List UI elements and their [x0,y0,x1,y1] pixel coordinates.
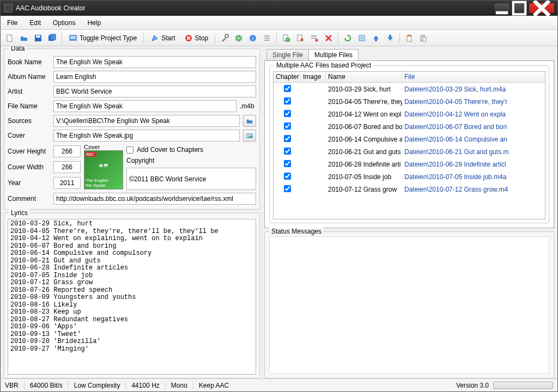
menu-file[interactable]: File [4,17,21,29]
save-all-button[interactable] [46,32,58,44]
row-checkbox[interactable] [284,185,291,192]
maximize-button[interactable] [511,3,527,14]
table-row[interactable]: 2010-06-21 Gut and gutsDateien\2010-06-2… [274,145,545,158]
close-button[interactable] [529,3,555,14]
menu-options[interactable]: Options [50,17,78,29]
label-cover-width: Cover Width [8,163,50,171]
table-row[interactable]: 2010-06-28 Indefinite artiDateien\2010-0… [274,158,545,170]
status-vbr: VBR [5,382,25,389]
row-checkbox[interactable] [284,85,291,92]
browse-sources-button[interactable] [243,115,256,127]
tab-single-file[interactable]: Single File [266,49,309,60]
row-checkbox[interactable] [284,97,291,105]
toggle-project-label: Toggle Project Type [80,34,137,42]
row-checkbox[interactable] [284,160,291,167]
table-row[interactable]: 2010-04-05 There're, theyDateien\2010-04… [274,95,545,108]
label-cover-height: Cover Height [8,148,50,155]
title-bar: AAC Audiobook Creator [1,1,557,16]
row-checkbox[interactable] [284,122,291,130]
menu-bar: File Edit Options Help [1,16,557,30]
svg-rect-27 [423,37,426,41]
open-button[interactable] [18,32,30,44]
year-input[interactable] [53,177,81,189]
add-cover-label: Add Cover to Chapters [137,146,203,154]
svg-rect-17 [264,40,270,41]
app-icon [4,4,13,13]
refresh-button[interactable] [342,32,354,44]
file-name-input[interactable] [53,100,236,112]
table-row[interactable]: 2010-07-05 Inside jobDateien\2010-07-05 … [274,170,545,183]
label-artist: Artist [8,88,50,95]
copyright-input[interactable] [126,168,256,190]
status-complexity: Low Complexity [69,382,126,389]
remove-selected-button[interactable] [308,32,320,44]
row-name: 2010-06-21 Gut and guts [326,148,402,156]
move-down-button[interactable] [384,32,396,44]
cover-input[interactable] [53,130,240,142]
list-button[interactable] [261,32,273,44]
menu-help[interactable]: Help [84,17,104,29]
delete-button[interactable] [323,32,335,44]
table-row[interactable]: 2010-07-12 Grass growDateien\2010-07-12 … [274,183,545,195]
lyrics-legend: Lyrics [9,209,30,217]
cover-width-input[interactable] [53,161,81,173]
status-messages-group: Status Messages [264,231,554,378]
row-checkbox[interactable] [284,110,291,117]
add-cover-check-input[interactable] [126,146,134,154]
col-image[interactable]: Image [301,72,326,82]
comment-input[interactable] [53,193,256,205]
row-file: Dateien\2010-06-07 Bored and bori [402,123,545,131]
row-file: Dateien\2010-06-21 Gut and guts.m [402,148,545,156]
col-file[interactable]: File [402,72,545,82]
menu-edit[interactable]: Edit [26,17,44,29]
data-group: Data Book Name Album Name Artist File Na… [4,48,260,210]
status-samplerate: 44100 Hz [126,382,165,389]
info-button[interactable]: i [247,32,259,44]
remove-file-button[interactable] [294,32,306,44]
browse-cover-button[interactable] [243,130,256,142]
start-button[interactable]: Start [147,32,178,44]
move-up-button[interactable] [370,32,382,44]
artist-input[interactable] [53,85,256,97]
table-row[interactable]: 2010-03-29 Sick, hurtDateien\2010-03-29 … [274,83,545,95]
svg-point-11 [225,34,228,38]
row-checkbox[interactable] [284,148,291,155]
paste-button[interactable] [417,32,429,44]
file-table-body[interactable]: 2010-03-29 Sick, hurtDateien\2010-03-29 … [274,83,545,219]
row-name: 2010-04-12 Went on expl [326,111,402,118]
sources-input[interactable] [53,115,240,127]
row-checkbox[interactable] [284,173,291,180]
svg-rect-25 [408,35,411,36]
file-ext-label: .m4b [240,102,256,110]
row-name: 2010-07-12 Grass grow [326,186,402,193]
tools-button[interactable] [219,32,231,44]
new-button[interactable] [4,32,16,44]
minimize-button[interactable] [494,3,510,14]
cover-caption-bottom: The English We Speak [86,178,122,188]
svg-rect-15 [264,35,270,36]
label-year: Year [8,179,50,187]
add-file-button[interactable] [280,32,292,44]
stop-button[interactable]: Stop [181,32,212,44]
lyrics-textarea[interactable]: 2010-03-29 Sick, hurt 2010-04-05 There'r… [8,219,256,375]
row-file: Dateien\2010-04-12 Went on expla [402,111,545,118]
album-name-input[interactable] [53,71,256,83]
export-button[interactable] [356,32,368,44]
clipboard-button[interactable] [403,32,415,44]
table-row[interactable]: 2010-04-12 Went on explDateien\2010-04-1… [274,108,545,120]
col-name[interactable]: Name [326,72,402,82]
book-name-input[interactable] [53,56,256,68]
cover-image: BBC ❝❞ The English We Speak [84,150,123,189]
tab-multiple-files[interactable]: Multiple Files [308,49,359,60]
table-row[interactable]: 2010-06-14 Compulsive aDateien\2010-06-1… [274,133,545,145]
web-button[interactable] [233,32,245,44]
save-button[interactable] [32,32,44,44]
col-chapter[interactable]: Chapter [274,72,301,82]
row-checkbox[interactable] [284,135,291,142]
add-cover-checkbox[interactable]: Add Cover to Chapters [126,146,256,154]
stop-label: Stop [195,34,209,42]
toggle-project-type-button[interactable]: Toggle Project Type [65,32,140,44]
cover-height-input[interactable] [53,145,81,157]
row-file: Dateien\2010-04-05 There're, they'r [402,98,545,106]
table-row[interactable]: 2010-06-07 Bored and boDateien\2010-06-0… [274,120,545,133]
